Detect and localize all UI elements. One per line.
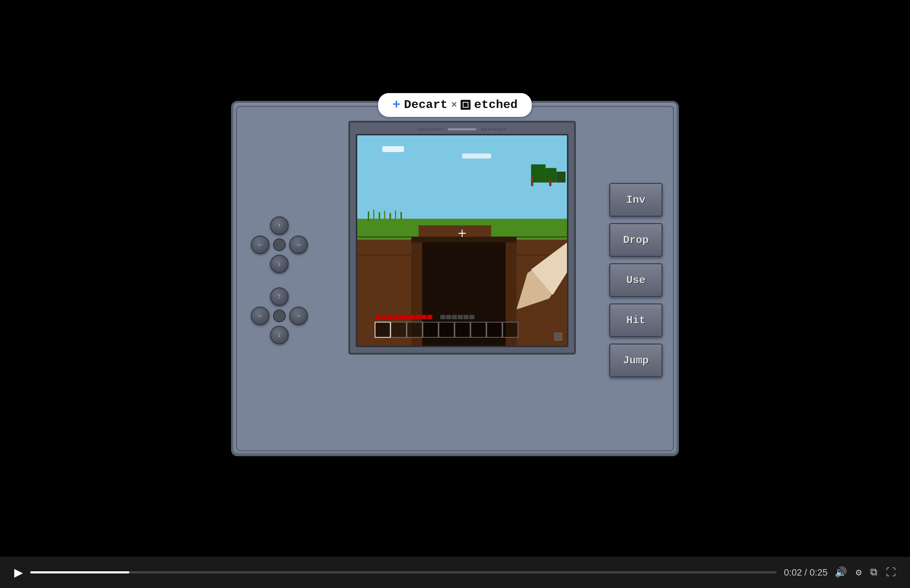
dot [494, 128, 496, 130]
svg-rect-50 [407, 322, 422, 337]
dpad-top: ↑ ← → ↓ [251, 216, 308, 273]
svg-rect-44 [452, 315, 457, 319]
title-separator: × [451, 100, 457, 110]
title-badge: + Decart × etched [378, 93, 532, 117]
dot [418, 128, 421, 130]
arrow-left-icon: ← [258, 241, 262, 248]
dot [431, 128, 433, 130]
time-display: 0:02 / 0:25 [784, 567, 827, 578]
dot [497, 128, 499, 130]
svg-rect-41 [427, 315, 432, 319]
inv-button[interactable]: Inv [609, 183, 662, 217]
dpad-top-left-button[interactable]: ← [251, 236, 269, 254]
svg-rect-40 [422, 315, 427, 319]
dot [425, 128, 427, 130]
progress-fill [30, 571, 130, 573]
svg-rect-12 [373, 210, 374, 220]
svg-rect-36 [398, 315, 403, 319]
svg-rect-52 [439, 322, 454, 337]
svg-rect-38 [410, 315, 415, 319]
svg-rect-55 [487, 322, 502, 337]
svg-rect-48 [375, 322, 390, 337]
dot [437, 128, 440, 130]
svg-rect-8 [531, 175, 533, 186]
svg-rect-45 [458, 315, 463, 319]
dot [488, 128, 490, 130]
console-inner-layout: ↑ ← → ↓ [244, 114, 666, 440]
svg-rect-14 [384, 211, 385, 219]
screen-outer-border [348, 121, 576, 355]
pip-icon[interactable]: ⧉ [870, 567, 877, 578]
decart-plus-icon: + [392, 97, 401, 113]
svg-rect-47 [469, 315, 474, 319]
dpad-bottom-left-button[interactable]: ← [251, 307, 269, 325]
arrow-up-icon-2: ↑ [278, 293, 282, 300]
dot-group-left [418, 128, 443, 130]
dpad-bottom-center [273, 309, 286, 322]
svg-rect-57 [555, 333, 562, 340]
dpad-top-right-button[interactable]: → [289, 236, 308, 254]
dot [428, 128, 430, 130]
dpad-bottom-right-button[interactable]: → [289, 307, 308, 325]
svg-rect-42 [440, 315, 445, 319]
left-controls-panel: ↑ ← → ↓ [244, 216, 315, 344]
dot-group-right [481, 128, 506, 130]
minecraft-scene [357, 136, 567, 346]
hit-button[interactable]: Hit [609, 304, 662, 337]
video-player: + Decart × etched ↑ [0, 0, 910, 588]
video-controls-bar: ▶ 0:02 / 0:25 🔊 ⚙ ⧉ ⛶ [0, 557, 910, 588]
dpad-bottom-down-button[interactable]: ↓ [270, 326, 289, 344]
jump-button[interactable]: Jump [609, 344, 662, 377]
dot [484, 128, 487, 130]
svg-rect-13 [379, 212, 380, 219]
svg-rect-51 [423, 322, 438, 337]
use-button[interactable]: Use [609, 263, 662, 297]
play-icon: ▶ [14, 565, 23, 579]
arrow-down-icon-2: ↓ [278, 331, 282, 339]
svg-rect-10 [357, 218, 567, 225]
svg-rect-43 [446, 315, 451, 319]
svg-rect-22 [411, 237, 517, 242]
svg-rect-16 [395, 210, 396, 220]
drop-button[interactable]: Drop [609, 223, 662, 257]
svg-rect-17 [400, 212, 402, 219]
dpad-top-center [273, 238, 286, 251]
screen-top-bar [448, 128, 476, 130]
fullscreen-icon[interactable]: ⛶ [886, 566, 896, 578]
svg-rect-53 [455, 322, 470, 337]
progress-bar[interactable] [30, 571, 777, 573]
dot [441, 128, 443, 130]
right-controls-panel: Inv Drop Use Hit Jump [609, 183, 666, 377]
svg-rect-7 [556, 171, 565, 183]
svg-rect-39 [416, 315, 421, 319]
svg-rect-56 [503, 322, 518, 337]
svg-rect-33 [381, 315, 386, 319]
etched-box-icon [461, 100, 471, 110]
decart-brand-label: Decart [404, 98, 447, 111]
svg-rect-3 [382, 146, 404, 152]
svg-rect-15 [390, 213, 391, 219]
dot [422, 128, 424, 130]
volume-icon[interactable]: 🔊 [835, 566, 847, 578]
arrow-down-icon: ↓ [278, 260, 282, 268]
etched-brand-label: etched [474, 98, 518, 111]
dpad-bottom-up-button[interactable]: ↑ [270, 288, 289, 306]
dpad-top-down-button[interactable]: ↓ [270, 255, 289, 273]
arrow-left-icon-2: ← [258, 312, 262, 320]
video-content-area: + Decart × etched ↑ [0, 0, 910, 557]
dpad-top-up-button[interactable]: ↑ [270, 216, 289, 235]
svg-rect-32 [375, 315, 380, 319]
settings-icon[interactable]: ⚙ [856, 566, 861, 578]
svg-rect-19 [357, 225, 419, 240]
svg-rect-37 [404, 315, 409, 319]
arrow-right-icon: → [297, 241, 301, 248]
play-pause-button[interactable]: ▶ [14, 565, 23, 579]
svg-rect-9 [549, 177, 551, 186]
arrow-right-icon-2: → [297, 312, 301, 320]
arrow-up-icon: ↑ [278, 222, 282, 229]
dot [500, 128, 503, 130]
dot [491, 128, 493, 130]
svg-rect-11 [368, 212, 369, 221]
svg-rect-34 [387, 315, 392, 319]
game-screen-wrapper [322, 121, 602, 440]
